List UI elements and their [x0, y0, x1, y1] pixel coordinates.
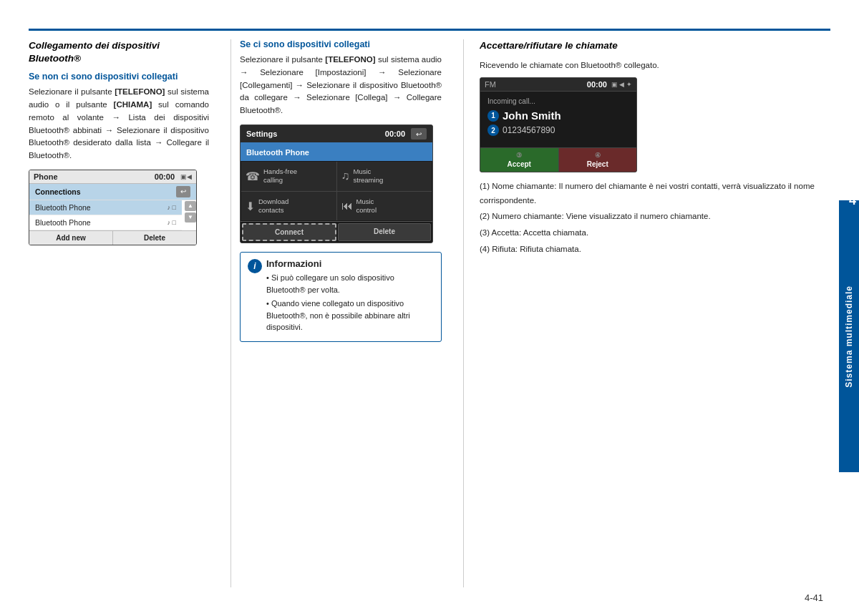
incoming-call-label: Incoming call...: [487, 97, 629, 105]
download-contacts-cell[interactable]: ⬇ Downloadcontacts: [241, 192, 336, 221]
screen2-title: Settings: [246, 129, 379, 138]
screen3-status-icons: ▣ ◀ ✦: [611, 81, 632, 88]
connections-label: Connections: [35, 187, 176, 196]
col2-body-text: Selezionare il pulsante [TELEFONO] sul s…: [240, 54, 442, 117]
screen2-footer: Connect Delete: [241, 221, 432, 243]
screen-time: 00:00: [155, 172, 175, 181]
hands-free-cell[interactable]: ☎ Hands-freecalling: [241, 162, 336, 191]
bluetooth-screen-mockup: Settings 00:00 ↩ Bluetooth Phone ☎ Hands…: [240, 124, 433, 243]
screen2-subheader-text: Bluetooth Phone: [246, 148, 309, 157]
music-streaming-icon: ♫: [341, 170, 350, 182]
note-1: (1) Nome chiamante: Il numero del chiama…: [480, 180, 830, 207]
screen2-subheader: Bluetooth Phone: [241, 142, 432, 161]
list-wrapper: Bluetooth Phone ♪ □ Bluetooth Phone ♪ □ …: [29, 200, 196, 230]
scroll-up-button[interactable]: ▲: [185, 201, 196, 211]
screen3-header: FM 00:00 ▣ ◀ ✦: [480, 78, 636, 92]
page-number: 4-41: [805, 592, 823, 603]
hands-free-label: Hands-freecalling: [263, 167, 297, 185]
info-bullet-1: Si può collegare un solo dispositivo Blu…: [266, 272, 434, 295]
screen-header: Phone 00:00 ▣◀: [29, 170, 196, 184]
reject-num: ④: [560, 152, 636, 159]
screen-status-icons: ▣◀: [180, 173, 192, 180]
list-item[interactable]: Bluetooth Phone ♪ □: [29, 200, 182, 215]
scroll-down-button[interactable]: ▼: [185, 212, 196, 223]
item-icons-2: ♪ □: [168, 219, 176, 226]
note-2: (2) Numero chiamante: Viene visualizzato…: [480, 210, 830, 224]
col3-body-text: Ricevendo le chiamate con Bluetooth® col…: [480, 59, 830, 72]
reject-button[interactable]: ④ Reject: [559, 148, 637, 172]
scroll-arrows: ▲ ▼: [185, 200, 196, 230]
screen3-body: Incoming call... 1 John Smith 2 01234567…: [480, 92, 636, 147]
notes-list: (1) Nome chiamante: Il numero del chiama…: [480, 180, 830, 256]
chapter-tab: Sistema multimediale: [839, 200, 859, 472]
chapter-number: 4: [849, 193, 856, 208]
info-bullet-2: Quando viene collegato un dispositivo Bl…: [266, 298, 434, 333]
music-streaming-cell[interactable]: ♫ Musicstreaming: [337, 162, 432, 191]
music-control-label: Musiccontrol: [356, 197, 377, 215]
caller-badge-1: 1: [487, 110, 499, 122]
screen2-header: Settings 00:00 ↩: [241, 125, 432, 142]
column-divider-1: [230, 39, 231, 587]
caller-num-1: 1: [491, 112, 495, 119]
screen2-back-icon: ↩: [416, 130, 422, 138]
caller-name: John Smith: [503, 109, 561, 122]
screen3-actions: ③ Accept ④ Reject: [480, 147, 636, 172]
screen-list: Bluetooth Phone ♪ □ Bluetooth Phone ♪ □ …: [29, 200, 196, 230]
caller-num-2: 2: [491, 127, 495, 135]
col3-main-title: Accettare/rifiutare le chiamate: [480, 39, 830, 52]
accept-label: Accept: [508, 160, 531, 168]
screen-footer: Add new Delete: [29, 230, 196, 245]
screen2-time: 00:00: [385, 129, 405, 138]
note-3: (3) Accetta: Accetta chiamata.: [480, 226, 830, 240]
music-control-cell[interactable]: ⏮ Musiccontrol: [337, 192, 432, 221]
fm-label: FM: [485, 80, 587, 89]
music-control-icon: ⏮: [341, 200, 353, 212]
info-icon-container: i: [248, 258, 262, 273]
add-new-button[interactable]: Add new: [29, 231, 113, 245]
delete-button[interactable]: Delete: [113, 231, 196, 245]
download-icon: ⬇: [246, 200, 255, 213]
phone-number-row: 2 01234567890: [487, 124, 629, 136]
caller-row: 1 John Smith: [487, 109, 629, 122]
top-decorative-line: [29, 29, 830, 31]
accept-button[interactable]: ③ Accept: [480, 148, 559, 172]
reject-label: Reject: [587, 160, 608, 168]
screen2-back-button[interactable]: ↩: [411, 128, 427, 140]
back-button[interactable]: ↩: [176, 186, 190, 197]
list-items: Bluetooth Phone ♪ □ Bluetooth Phone ♪ □: [29, 200, 182, 230]
caller-badge-2: 2: [487, 124, 499, 136]
music-streaming-label: Musicstreaming: [354, 167, 384, 185]
phone-screen-mockup: Phone 00:00 ▣◀ Connections ↩ Bluetooth P…: [29, 170, 197, 245]
screen-connections-row: Connections ↩: [29, 184, 196, 200]
note-4: (4) Rifiuta: Rifiuta chiamata.: [480, 243, 830, 257]
column-3: Accettare/rifiutare le chiamate Ricevend…: [472, 39, 830, 587]
column-divider-2: [463, 39, 464, 587]
info-box: i Informazioni Si può collegare un solo …: [240, 252, 442, 342]
screen-title: Phone: [34, 172, 149, 181]
main-content: Collegamento dei dispositivi Bluetooth® …: [29, 39, 830, 587]
accept-num: ③: [482, 152, 557, 159]
screen2-connect-button[interactable]: Connect: [242, 223, 336, 241]
info-title: Informazioni: [266, 258, 434, 269]
screen2-delete-button[interactable]: Delete: [338, 223, 431, 241]
column-2: Se ci sono dispositivi collegati Selezio…: [240, 39, 455, 587]
item-name-1: Bluetooth Phone: [35, 203, 168, 212]
col1-body-text: Selezionare il pulsante [TELEFONO] sul s…: [29, 86, 209, 162]
list-item[interactable]: Bluetooth Phone ♪ □: [29, 215, 182, 230]
col2-subtitle: Se ci sono dispositivi collegati: [240, 39, 442, 49]
screen2-grid: ☎ Hands-freecalling ♫ Musicstreaming ⬇ D…: [241, 162, 432, 220]
chapter-tab-text: Sistema multimediale: [844, 285, 854, 388]
item-name-2: Bluetooth Phone: [35, 218, 168, 227]
col1-subtitle: Se non ci sono dispositivi collegati: [29, 72, 209, 82]
column-1: Collegamento dei dispositivi Bluetooth® …: [29, 39, 222, 587]
info-content: Informazioni Si può collegare un solo di…: [266, 258, 434, 336]
phone-icon: ☎: [246, 170, 260, 183]
incoming-call-screen: FM 00:00 ▣ ◀ ✦ Incoming call... 1 John S…: [480, 77, 637, 172]
screen3-time: 00:00: [587, 80, 607, 89]
info-icon: i: [248, 259, 262, 273]
download-contacts-label: Downloadcontacts: [258, 197, 288, 215]
col1-main-title: Collegamento dei dispositivi Bluetooth®: [29, 39, 209, 64]
phone-number-display: 01234567890: [503, 125, 555, 135]
item-icons-1: ♪ □: [168, 204, 176, 211]
back-icon: ↩: [180, 187, 186, 195]
